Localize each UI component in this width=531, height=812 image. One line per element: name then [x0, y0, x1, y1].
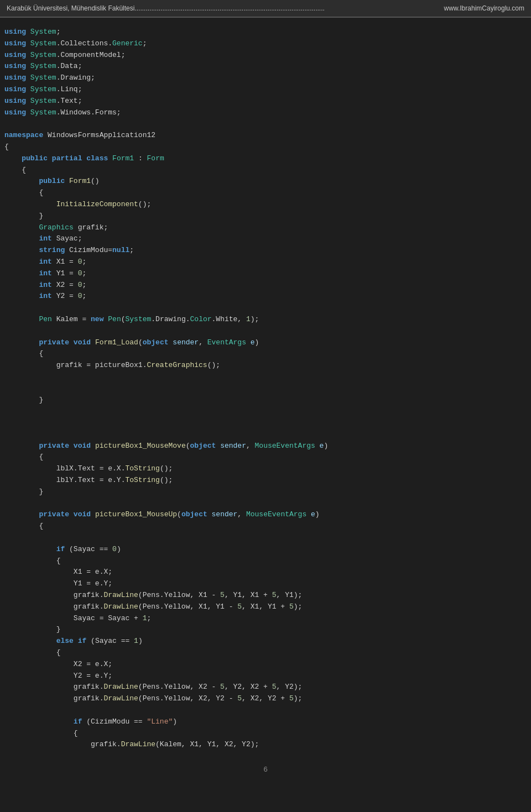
header-bar: Karabük Üniversitesi, Mühendislik Fakült…	[0, 0, 531, 18]
code-area: using System; using System.Collections.G…	[0, 18, 531, 759]
header-right: www.IbrahimCayiroglu.com	[444, 3, 524, 13]
footer: 6	[0, 759, 531, 779]
header-left: Karabük Üniversitesi, Mühendislik Fakült…	[7, 3, 325, 13]
page-number: 6	[263, 765, 267, 773]
